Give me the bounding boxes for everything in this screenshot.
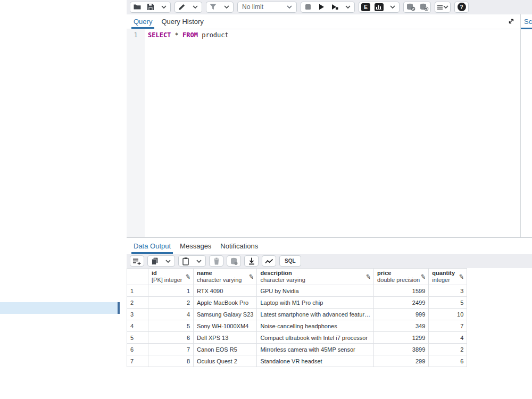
sidebar-selected-item[interactable] <box>0 302 120 314</box>
tab-notifications[interactable]: Notifications <box>218 238 260 254</box>
row-number-cell[interactable]: 4 <box>127 320 148 332</box>
row-number-header[interactable] <box>127 269 148 285</box>
cell-name[interactable]: RTX 4090 <box>194 285 257 297</box>
play-script-icon <box>330 3 339 11</box>
commit-button[interactable] <box>404 2 417 12</box>
tab-scratch-pad[interactable]: Sc <box>521 14 532 29</box>
macros-group <box>435 2 451 13</box>
explain-analyze-button[interactable] <box>372 2 386 12</box>
cell-id[interactable]: 8 <box>148 355 194 367</box>
tab-query-history[interactable]: Query History <box>159 14 205 29</box>
cell-price[interactable]: 349 <box>374 320 429 332</box>
expand-panel-icon[interactable] <box>508 18 515 27</box>
cell-name[interactable]: Sony WH-1000XM4 <box>194 320 257 332</box>
column-name: name <box>197 270 242 277</box>
sql-editor[interactable]: 1 SELECT * FROM product <box>127 29 520 237</box>
cell-quantity[interactable]: 2 <box>429 344 467 355</box>
cell-id[interactable]: 5 <box>148 320 194 332</box>
copy-options-button[interactable] <box>161 256 174 266</box>
cell-price[interactable]: 2499 <box>374 297 429 309</box>
column-header-quantity[interactable]: quantityinteger✎ <box>429 269 467 285</box>
sql-keyword: SELECT <box>148 31 171 39</box>
sql-code[interactable]: SELECT * FROM product <box>145 29 520 237</box>
cell-id[interactable]: 6 <box>148 332 194 344</box>
row-number-cell[interactable]: 6 <box>127 344 148 355</box>
cell-price[interactable]: 1599 <box>374 285 429 297</box>
save-data-button[interactable] <box>227 256 240 266</box>
explain-group: E <box>359 2 400 13</box>
column-name: quantity <box>432 270 455 277</box>
paste-options-button[interactable] <box>192 256 205 266</box>
help-button[interactable]: ? <box>455 2 468 12</box>
cell-name[interactable]: Samsung Galaxy S23 <box>194 309 257 320</box>
cell-description[interactable]: Noise-cancelling headphones <box>257 320 374 332</box>
paste-clipboard-icon <box>181 257 190 265</box>
cell-description[interactable]: Laptop with M1 Pro chip <box>257 297 374 309</box>
cell-name[interactable]: Apple MacBook Pro <box>194 297 257 309</box>
column-header-description[interactable]: descriptioncharacter varying✎ <box>257 269 374 285</box>
data-output-grid: id[PK] integer✎namecharacter varying✎des… <box>127 268 532 399</box>
cell-price[interactable]: 3899 <box>374 344 429 355</box>
tab-messages[interactable]: Messages <box>178 238 213 254</box>
execute-button[interactable] <box>314 2 328 12</box>
chart-button[interactable] <box>262 256 276 266</box>
show-sql-button[interactable]: SQL <box>280 256 301 266</box>
row-number-cell[interactable]: 5 <box>127 332 148 344</box>
row-number-cell[interactable]: 1 <box>127 285 148 297</box>
copy-button[interactable] <box>148 256 161 266</box>
rollback-button[interactable] <box>417 2 430 12</box>
macros-button[interactable] <box>435 2 450 12</box>
tab-query[interactable]: Query <box>131 14 154 29</box>
cell-name[interactable]: Canon EOS R5 <box>194 344 257 355</box>
column-name: price <box>377 270 420 277</box>
cell-quantity[interactable]: 3 <box>429 285 467 297</box>
cell-description[interactable]: Mirrorless camera with 45MP sensor <box>257 344 374 355</box>
cell-id[interactable]: 2 <box>148 297 194 309</box>
execute-options-button[interactable] <box>341 2 354 12</box>
cell-price[interactable]: 299 <box>374 355 429 367</box>
filter-options-button[interactable] <box>220 2 233 12</box>
column-header-price[interactable]: pricedouble precision✎ <box>374 269 429 285</box>
cell-id[interactable]: 7 <box>148 344 194 355</box>
cell-quantity[interactable]: 4 <box>429 332 467 344</box>
filter-funnel-icon <box>209 3 218 11</box>
stop-button[interactable] <box>301 2 314 12</box>
cell-name[interactable]: Dell XPS 13 <box>194 332 257 344</box>
cell-quantity[interactable]: 10 <box>429 309 467 320</box>
cell-price[interactable]: 999 <box>374 309 429 320</box>
paste-button[interactable] <box>179 256 192 266</box>
cell-description[interactable]: Standalone VR headset <box>257 355 374 367</box>
row-number-cell[interactable]: 2 <box>127 297 148 309</box>
add-row-button[interactable] <box>130 256 144 266</box>
rollback-db-icon <box>419 3 429 11</box>
filter-button[interactable] <box>206 2 220 12</box>
explain-options-button[interactable] <box>386 2 399 12</box>
edit-button[interactable] <box>175 2 188 12</box>
cell-description[interactable]: GPU by Nvidia <box>257 285 374 297</box>
download-button[interactable] <box>245 256 258 266</box>
save-options-button[interactable] <box>157 2 170 12</box>
row-number-cell[interactable]: 3 <box>127 309 148 320</box>
cell-id[interactable]: 1 <box>148 285 194 297</box>
row-number-cell[interactable]: 7 <box>127 355 148 367</box>
scratch-pad-body[interactable] <box>521 29 532 237</box>
cell-id[interactable]: 4 <box>148 309 194 320</box>
save-icon <box>146 3 155 11</box>
tab-data-output[interactable]: Data Output <box>131 238 173 254</box>
column-header-name[interactable]: namecharacter varying✎ <box>194 269 257 285</box>
cell-name[interactable]: Oculus Quest 2 <box>194 355 257 367</box>
cell-description[interactable]: Latest smartphone with advanced featur… <box>257 309 374 320</box>
open-file-button[interactable] <box>130 2 144 12</box>
edit-options-button[interactable] <box>188 2 202 12</box>
explain-button[interactable]: E <box>359 2 372 12</box>
save-button[interactable] <box>144 2 157 12</box>
cell-quantity[interactable]: 5 <box>429 297 467 309</box>
cell-description[interactable]: Compact ultrabook with Intel i7 processo… <box>257 332 374 344</box>
column-header-id[interactable]: id[PK] integer✎ <box>148 269 194 285</box>
cell-quantity[interactable]: 7 <box>429 320 467 332</box>
cell-quantity[interactable]: 6 <box>429 355 467 367</box>
execute-script-button[interactable] <box>328 2 341 12</box>
cell-price[interactable]: 1299 <box>374 332 429 344</box>
limit-select[interactable]: No limit <box>237 2 297 13</box>
delete-row-button[interactable] <box>210 256 223 266</box>
